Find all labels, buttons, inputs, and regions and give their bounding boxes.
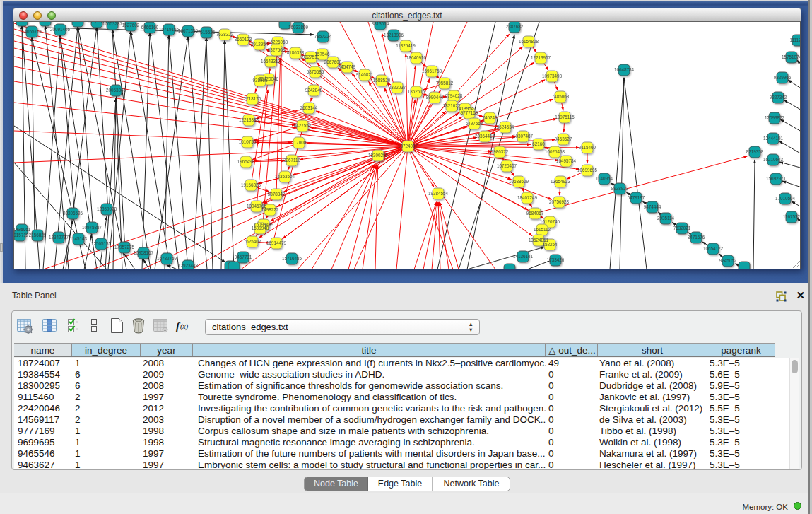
svg-text:19384554: 19384554 [428, 191, 449, 196]
svg-text:15692971: 15692971 [766, 176, 787, 181]
svg-text:9146821: 9146821 [356, 72, 374, 77]
svg-text:9777169: 9777169 [461, 110, 478, 115]
svg-text:152254: 152254 [542, 242, 558, 247]
svg-text:18407249: 18407249 [517, 195, 538, 200]
svg-text:13654923: 13654923 [551, 179, 571, 184]
svg-text:10653287: 10653287 [102, 22, 123, 26]
svg-text:7625402: 7625402 [244, 239, 261, 244]
svg-text:7515526: 7515526 [198, 30, 216, 35]
svg-text:8219358: 8219358 [746, 149, 764, 154]
svg-text:9227342: 9227342 [770, 95, 787, 100]
svg-text:8471676: 8471676 [688, 235, 705, 240]
svg-text:10025458: 10025458 [545, 149, 565, 154]
svg-text:7638322: 7638322 [216, 32, 234, 37]
svg-text:5878342: 5878342 [268, 192, 286, 197]
svg-text:20053346: 20053346 [106, 88, 126, 93]
svg-text:12213967: 12213967 [531, 55, 551, 60]
svg-text:3912954: 3912954 [251, 42, 269, 47]
svg-text:12505135: 12505135 [91, 241, 112, 246]
svg-text:9242848: 9242848 [305, 88, 323, 93]
svg-text:1435061: 1435061 [14, 227, 31, 232]
svg-text:1362615: 1362615 [408, 89, 425, 94]
svg-text:16671355: 16671355 [178, 28, 199, 33]
svg-text:18640910: 18640910 [406, 55, 427, 60]
svg-text:6794028: 6794028 [445, 93, 463, 98]
svg-text:16495784: 16495784 [556, 158, 577, 163]
svg-text:20364416: 20364416 [475, 134, 495, 139]
svg-text:1140954: 1140954 [596, 176, 613, 181]
svg-text:10699695: 10699695 [577, 168, 598, 173]
svg-text:(x): (x) [180, 322, 189, 331]
svg-text:1145143: 1145143 [70, 236, 88, 241]
svg-text:8813014: 8813014 [372, 22, 389, 26]
svg-text:16914479: 16914479 [266, 240, 287, 245]
svg-text:10688609: 10688609 [509, 179, 529, 184]
svg-text:6466160: 6466160 [141, 25, 159, 30]
svg-text:14055714: 14055714 [22, 29, 42, 34]
svg-text:7485063: 7485063 [552, 94, 570, 99]
svg-text:6497568: 6497568 [466, 121, 483, 126]
svg-text:3915712: 3915712 [14, 233, 29, 238]
svg-text:1588520: 1588520 [373, 78, 391, 83]
svg-text:10120746: 10120746 [540, 219, 560, 224]
svg-text:6479197: 6479197 [628, 195, 645, 200]
svg-text:19166825: 19166825 [241, 182, 261, 187]
svg-text:2935114: 2935114 [657, 216, 675, 221]
svg-text:9115460: 9115460 [579, 145, 596, 150]
svg-text:10654122: 10654122 [703, 246, 724, 251]
svg-text:9245052: 9245052 [719, 258, 737, 263]
svg-text:10307487: 10307487 [513, 134, 534, 139]
svg-text:938961: 938961 [252, 78, 268, 83]
svg-text:16648784: 16648784 [614, 67, 635, 72]
svg-text:12444191: 12444191 [763, 136, 784, 141]
svg-text:3660123: 3660123 [235, 37, 252, 42]
svg-text:1733426: 1733426 [547, 257, 565, 262]
svg-text:17957275: 17957275 [114, 245, 135, 250]
svg-text:18300295: 18300295 [368, 153, 389, 158]
svg-text:9474444: 9474444 [644, 204, 661, 209]
svg-text:157546: 157546 [314, 52, 330, 57]
svg-text:16033809: 16033809 [288, 25, 309, 30]
svg-text:8938923: 8938923 [611, 186, 629, 191]
svg-text:9463627: 9463627 [555, 136, 572, 141]
svg-text:12923448: 12923448 [178, 263, 199, 268]
svg-text:9684067: 9684067 [526, 211, 544, 216]
svg-text:12359928: 12359928 [97, 206, 117, 211]
svg-text:16961758: 16961758 [422, 69, 442, 74]
svg-text:2867608: 2867608 [324, 59, 342, 64]
svg-text:117008: 117008 [292, 140, 307, 145]
svg-text:9329966: 9329966 [774, 75, 792, 80]
svg-text:2156829: 2156829 [29, 233, 47, 238]
svg-text:20756928: 20756928 [549, 199, 570, 204]
svg-text:13218906: 13218906 [384, 33, 404, 37]
svg-text:15716485: 15716485 [282, 256, 302, 261]
svg-text:12213383: 12213383 [239, 117, 259, 122]
svg-text:12093822: 12093822 [765, 115, 785, 120]
svg-text:10973493: 10973493 [542, 74, 563, 78]
svg-text:10958167: 10958167 [134, 250, 154, 255]
svg-text:1527602: 1527602 [122, 23, 140, 28]
svg-text:9327503: 9327503 [268, 47, 286, 52]
svg-text:1509948: 1509948 [252, 226, 269, 230]
svg-text:11325419: 11325419 [396, 43, 416, 48]
svg-text:746246: 746246 [482, 115, 498, 120]
svg-text:10975887: 10975887 [82, 225, 102, 230]
svg-text:10720407: 10720407 [497, 163, 517, 168]
svg-text:1111734: 1111734 [789, 37, 801, 42]
svg-text:15751074: 15751074 [782, 54, 801, 59]
svg-text:14353504: 14353504 [275, 174, 295, 179]
svg-text:1610755: 1610755 [239, 139, 257, 144]
svg-text:7955812: 7955812 [436, 81, 454, 86]
svg-text:10719155: 10719155 [159, 27, 180, 32]
svg-text:8322037: 8322037 [389, 85, 406, 90]
svg-text:9457791: 9457791 [235, 255, 252, 259]
svg-text:20091406: 20091406 [50, 27, 71, 32]
svg-text:16543312: 16543312 [261, 59, 281, 64]
svg-text:3267110: 3267110 [283, 158, 301, 163]
svg-text:13975115: 13975115 [555, 115, 575, 119]
svg-text:1965498: 1965498 [237, 159, 255, 164]
svg-text:2387682: 2387682 [506, 24, 524, 29]
svg-text:7857224: 7857224 [314, 34, 332, 39]
svg-text:12342737: 12342737 [49, 235, 69, 240]
svg-text:14136141: 14136141 [513, 254, 534, 259]
